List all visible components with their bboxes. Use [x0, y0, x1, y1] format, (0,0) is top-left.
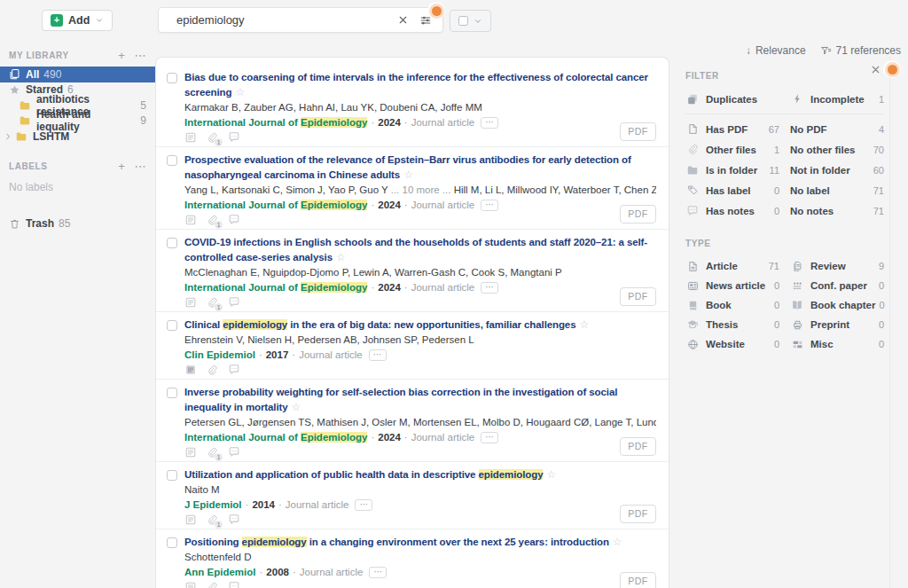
filter-is-in-folder[interactable]: Is in folder11 [685, 164, 779, 176]
reference-title[interactable]: Bias due to coarsening of time intervals… [184, 70, 656, 100]
more-button[interactable]: ⋯ [369, 567, 387, 578]
type-filter-article[interactable]: Article71 [685, 261, 779, 272]
reference-item[interactable]: Prospective evaluation of the relevance … [156, 147, 669, 230]
sidebar-item-health-and-iequality[interactable]: Health and iequality9 [0, 114, 155, 129]
comment-icon [228, 364, 240, 376]
reference-item[interactable]: Utilization and application of public he… [156, 462, 669, 529]
filter-no-other-files[interactable]: No other files70 [790, 145, 884, 155]
more-button[interactable]: ⋯ [369, 349, 387, 361]
filter-count: 0 [771, 280, 779, 291]
chevron-right-icon[interactable] [4, 132, 12, 141]
filter-no-pdf[interactable]: No PDF4 [790, 124, 884, 135]
reference-list-panel: Bias due to coarsening of time intervals… [155, 57, 669, 588]
filter-has-notes[interactable]: Has notes0 [685, 205, 779, 217]
reference-checkbox[interactable] [167, 537, 177, 548]
reference-title[interactable]: Positioning epidemiology in a changing e… [184, 535, 656, 550]
more-button[interactable]: ⋯ [481, 117, 498, 129]
hint-dot[interactable] [427, 2, 445, 20]
reference-item[interactable]: Clinical epidemiology in the era of big … [156, 312, 669, 380]
reference-checkbox[interactable] [167, 320, 177, 331]
star-icon[interactable]: ☆ [336, 251, 346, 263]
star-icon[interactable]: ☆ [403, 169, 413, 181]
separator-dot: · [259, 348, 262, 362]
more-button[interactable]: ⋯ [481, 432, 498, 443]
reference-checkbox[interactable] [167, 470, 177, 481]
attachment-icon: 1 [207, 447, 218, 459]
filter-row: Has PDF67No PDF4 [685, 119, 884, 139]
pdf-button[interactable]: PDF [620, 505, 656, 523]
sort-button[interactable]: ↓ Relevance [746, 44, 806, 57]
reference-title[interactable]: Inverse probability weighting for self-s… [184, 385, 656, 415]
filter-section-header: FILTER [685, 71, 884, 81]
filter-other-files[interactable]: Other files1 [685, 144, 779, 155]
add-folder-icon[interactable]: + [118, 49, 125, 62]
library-menu-icon[interactable]: ⋯ [134, 49, 146, 62]
type-filter-misc[interactable]: Misc0 [790, 339, 884, 350]
search-box[interactable] [158, 7, 443, 33]
sidebar-item-trash[interactable]: Trash 85 [0, 216, 155, 232]
reference-item[interactable]: Positioning epidemiology in a changing e… [156, 529, 669, 588]
filter-has-label[interactable]: Has label0 [685, 184, 779, 196]
type-filter-preprint[interactable]: Preprint0 [790, 319, 884, 331]
filter-not-in-folder[interactable]: Not in folder60 [790, 165, 884, 176]
type-filter-news-article[interactable]: News article0 [685, 280, 779, 292]
paperclip-icon [685, 144, 700, 155]
reference-title[interactable]: Prospective evaluation of the relevance … [184, 153, 656, 183]
close-filter-panel-icon[interactable] [870, 64, 881, 75]
pdf-button[interactable]: PDF [620, 437, 656, 456]
type-filter-book[interactable]: Book0 [685, 300, 779, 311]
star-icon[interactable]: ☆ [579, 318, 589, 331]
select-all-button[interactable] [450, 10, 491, 32]
reference-item[interactable]: COVID-19 infections in English schools a… [156, 230, 669, 312]
more-button[interactable]: ⋯ [355, 499, 372, 511]
reference-meta: J Epidemiol·2014·Journal article⋯ [184, 498, 656, 512]
add-button[interactable]: + Add [42, 10, 113, 31]
star-icon[interactable]: ☆ [546, 468, 556, 481]
filter-label: Not in folder [790, 165, 850, 176]
type-filter-review[interactable]: Review9 [790, 261, 884, 272]
chevron-down-icon [474, 17, 482, 26]
reference-item[interactable]: Bias due to coarsening of time intervals… [156, 65, 669, 147]
type-filter-website[interactable]: Website0 [685, 339, 779, 350]
type-filter-conf-paper[interactable]: Conf. paper0 [790, 280, 884, 292]
attachment-icon: 1 [207, 514, 218, 526]
more-button[interactable]: ⋯ [481, 200, 498, 211]
star-icon[interactable]: ☆ [292, 401, 301, 413]
type-section-header: TYPE [685, 239, 884, 248]
star-icon [9, 84, 20, 96]
reference-title[interactable]: Clinical epidemiology in the era of big … [184, 318, 656, 333]
pdf-button[interactable]: PDF [620, 122, 656, 141]
list-toolbar: ↓ Relevance 71 references [746, 44, 901, 57]
separator-dot: · [246, 498, 249, 512]
pdf-button[interactable]: PDF [620, 572, 656, 588]
reference-checkbox[interactable] [167, 238, 177, 248]
filter-duplicates[interactable]: Duplicates [685, 93, 779, 106]
filter-no-notes[interactable]: No notes71 [790, 206, 884, 216]
filter-incomplete[interactable]: Incomplete1 [790, 93, 884, 105]
reference-authors: Petersen GL, Jørgensen TS, Mathisen J, O… [184, 416, 656, 429]
filter-has-pdf[interactable]: Has PDF67 [685, 123, 779, 135]
reference-title[interactable]: Utilization and application of public he… [184, 467, 656, 482]
reference-checkbox[interactable] [167, 73, 177, 83]
more-button[interactable]: ⋯ [481, 282, 498, 294]
reference-item[interactable]: Inverse probability weighting for self-s… [156, 380, 669, 462]
type-filter-thesis[interactable]: Thesis0 [685, 318, 779, 331]
search-input[interactable] [176, 13, 387, 27]
star-icon[interactable]: ☆ [235, 86, 245, 98]
add-label-icon[interactable]: + [118, 160, 125, 173]
type-filter-book-chapter[interactable]: Book chapter0 [790, 299, 884, 311]
reference-checkbox[interactable] [167, 155, 177, 166]
sidebar-item-all[interactable]: All490 [0, 67, 155, 82]
filter-no-label[interactable]: No label71 [790, 185, 884, 196]
hint-dot[interactable] [883, 60, 901, 78]
references-count[interactable]: 71 references [820, 44, 901, 57]
pdf-button[interactable]: PDF [620, 287, 656, 306]
select-all-checkbox[interactable] [458, 16, 468, 26]
clear-search-icon[interactable] [397, 14, 409, 26]
reference-title[interactable]: COVID-19 infections in English schools a… [184, 235, 656, 265]
labels-menu-icon[interactable]: ⋯ [134, 160, 146, 173]
filter-count: 1 [771, 145, 779, 155]
star-icon[interactable]: ☆ [613, 536, 622, 548]
pdf-button[interactable]: PDF [620, 205, 656, 223]
reference-checkbox[interactable] [167, 388, 177, 398]
